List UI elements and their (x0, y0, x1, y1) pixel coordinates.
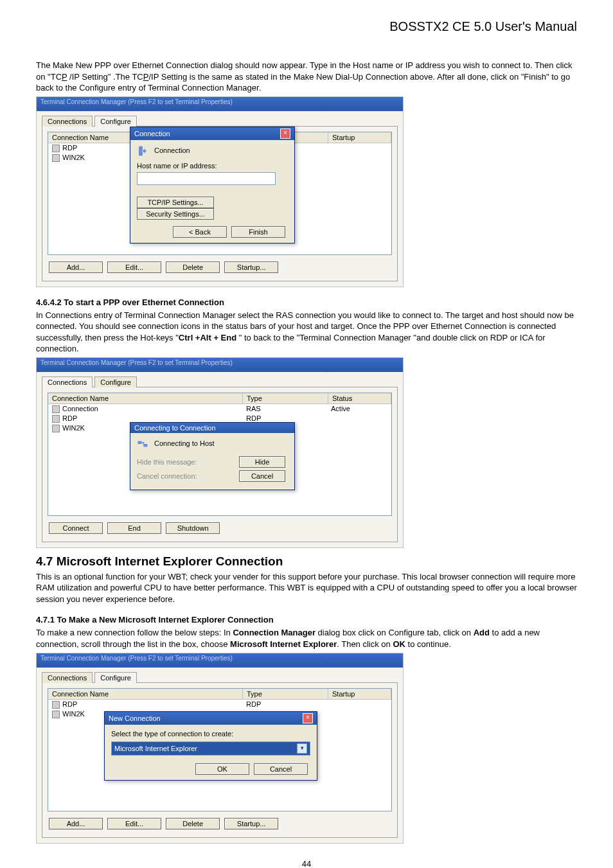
new-connection-dialog: New Connection × Select the type of conn… (104, 711, 317, 781)
tab-configure[interactable]: Configure (94, 376, 137, 387)
list-item[interactable]: Connection RAS Active (48, 404, 391, 414)
cancel-button[interactable]: Cancel (239, 470, 285, 482)
col-header-name: Connection Name (48, 689, 243, 699)
col-header-type: Type (243, 393, 328, 403)
row-name: RDP (62, 700, 77, 708)
back-button[interactable]: < Back (173, 226, 227, 238)
connecting-dialog: Connecting to Connection Connecting to H… (130, 422, 295, 490)
row-status: Active (327, 404, 391, 414)
row-name: WIN2K (62, 154, 85, 161)
page-number: 44 (36, 859, 577, 868)
paragraph-intro-ppp-dialog: The Make New PPP over Ethernet Connectio… (36, 60, 577, 94)
edit-button[interactable]: Edit... (107, 818, 161, 829)
tab-connections[interactable]: Connections (42, 116, 93, 127)
ok-button[interactable]: OK (195, 763, 249, 775)
text-span: to continue. (405, 639, 451, 649)
paragraph-ie-steps: To make a new connection follow the belo… (36, 627, 577, 650)
delete-button[interactable]: Delete (166, 818, 220, 829)
tcpip-settings-button[interactable]: TCP/IP Settings... (137, 197, 214, 208)
add-button[interactable]: Add... (49, 818, 103, 829)
select-value: Microsoft Internet Explorer (114, 745, 197, 752)
svg-rect-1 (144, 444, 148, 447)
dialog-name-label: Connection (154, 146, 190, 154)
connection-dialog: Connection × Connection Host name or IP … (130, 127, 295, 244)
text-span: . Then click on (337, 639, 393, 649)
hide-msg-label: Hide this message: (137, 458, 197, 466)
tcm-titlebar: Terminal Connection Manager (Press F2 to… (37, 653, 403, 668)
connection-icon (52, 701, 60, 709)
row-type: RAS (242, 404, 327, 414)
phone-icon (137, 145, 148, 157)
text-span: dialog box click on Configure tab, click… (315, 628, 474, 637)
hide-button[interactable]: Hide (239, 456, 285, 468)
tcm-titlebar: Terminal Connection Manager (Press F2 to… (37, 358, 403, 372)
text-bold: Microsoft Internet Explorer (230, 639, 337, 649)
row-type: RDP (242, 700, 327, 709)
connection-icon (52, 145, 60, 152)
add-button[interactable]: Add... (49, 261, 103, 273)
connection-icon (52, 154, 60, 162)
paragraph-start-ppp: In Connections entry of Terminal Connect… (36, 310, 577, 355)
close-icon[interactable]: × (303, 713, 313, 723)
col-header-status: Status (328, 393, 391, 403)
page-header-title: BOSSTX2 CE 5.0 User's Manual (36, 19, 577, 34)
col-header-startup: Startup (328, 132, 391, 143)
text-bold: Add (474, 628, 490, 637)
connect-button[interactable]: Connect (49, 522, 103, 534)
connection-type-select[interactable]: Microsoft Internet Explorer ▾ (111, 741, 310, 756)
dialog-title: New Connection (109, 714, 161, 722)
host-label: Host name or IP address: (137, 162, 288, 170)
col-header-name: Connection Name (48, 393, 243, 403)
row-name: Connection (62, 405, 98, 412)
delete-button[interactable]: Delete (166, 261, 220, 273)
cancel-conn-label: Cancel connection: (137, 472, 197, 480)
heading-47: 4.7 Microsoft Internet Explorer Connecti… (36, 554, 577, 569)
startup-button[interactable]: Startup... (224, 261, 278, 273)
dialog-title: Connecting to Connection (134, 424, 216, 432)
row-name: RDP (62, 414, 77, 422)
heading-4642: 4.6.4.2 To start a PPP over Ethernet Con… (36, 297, 577, 307)
network-icon (137, 438, 148, 450)
tab-configure[interactable]: Configure (94, 672, 137, 683)
shutdown-button[interactable]: Shutdown (166, 522, 220, 534)
paragraph-ie-intro: This is an optional function for your WB… (36, 571, 577, 605)
col-header-type: Type (243, 689, 328, 699)
chevron-down-icon[interactable]: ▾ (297, 743, 307, 754)
connecting-msg: Connecting to Host (154, 439, 215, 447)
host-input[interactable] (137, 172, 276, 185)
row-name: WIN2K (62, 710, 85, 718)
screenshot-tcm-connecting: Terminal Connection Manager (Press F2 to… (36, 357, 404, 548)
tab-configure[interactable]: Configure (94, 116, 137, 127)
finish-button[interactable]: Finish (231, 226, 285, 238)
connection-icon (52, 415, 60, 423)
connection-icon (52, 405, 60, 413)
list-item[interactable]: RDP RDP (48, 700, 391, 709)
screenshot-tcm-configure-ppp-dialog: Terminal Connection Manager (Press F2 to… (36, 96, 404, 287)
select-label: Select the type of connection to create: (111, 730, 310, 738)
svg-rect-0 (138, 441, 142, 444)
startup-button[interactable]: Startup... (224, 818, 278, 829)
text-bold: Ctrl +Alt + End (179, 333, 236, 342)
text-bold: Connection Manager (233, 628, 315, 637)
tcm-titlebar: Terminal Connection Manager (Press F2 to… (37, 97, 403, 111)
connection-icon (52, 425, 60, 432)
tab-connections[interactable]: Connections (42, 672, 93, 683)
security-settings-button[interactable]: Security Settings... (137, 208, 214, 220)
row-name: WIN2K (62, 424, 85, 432)
tab-connections[interactable]: Connections (42, 376, 93, 387)
col-header-startup: Startup (328, 689, 391, 699)
cancel-button[interactable]: Cancel (254, 763, 308, 775)
text-span: To make a new connection follow the belo… (36, 628, 233, 637)
connection-icon (52, 711, 60, 718)
end-button[interactable]: End (107, 522, 161, 534)
edit-button[interactable]: Edit... (107, 261, 161, 273)
heading-471: 4.7.1 To Make a New Microsoft Internet E… (36, 615, 577, 624)
text-bold: OK (393, 639, 405, 649)
close-icon[interactable]: × (280, 128, 290, 139)
dialog-title: Connection (134, 130, 170, 137)
screenshot-tcm-new-connection: Terminal Connection Manager (Press F2 to… (36, 653, 404, 844)
row-name: RDP (62, 144, 77, 152)
